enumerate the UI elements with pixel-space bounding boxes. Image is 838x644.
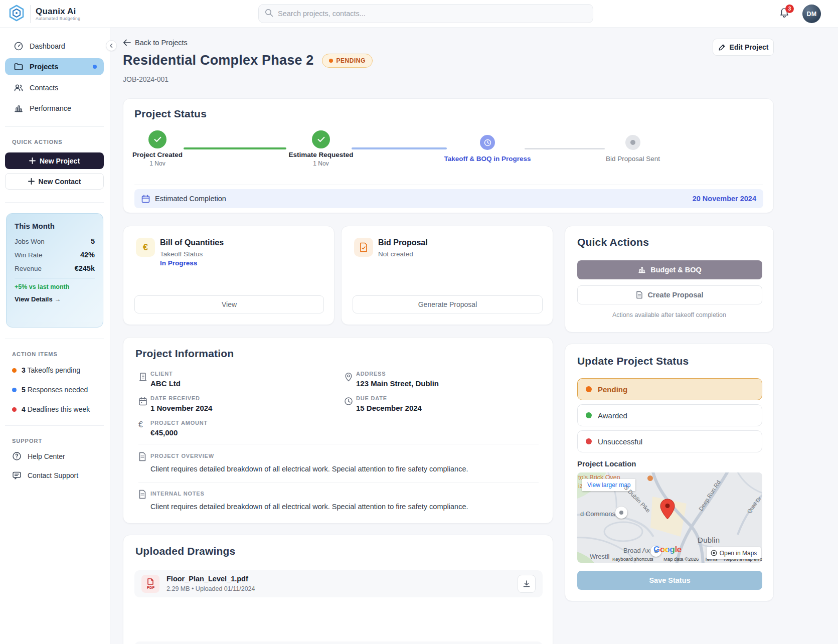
uploaded-drawings-card: Uploaded Drawings PDF Floor_Plan_Level_1…	[123, 535, 553, 644]
google-logo: Google	[653, 545, 682, 555]
field-value: ABC Ltd	[150, 379, 181, 388]
status-option-pending[interactable]: Pending	[577, 378, 762, 400]
support-heading: SUPPORT	[12, 438, 42, 444]
estimated-completion-bar: Estimated Completion 20 November 2024	[134, 189, 763, 208]
document-icon	[354, 238, 373, 257]
chat-icon	[12, 470, 22, 480]
plus-icon	[29, 157, 36, 164]
status-dot	[586, 386, 592, 392]
download-button[interactable]	[518, 575, 536, 593]
view-boq-button[interactable]: View	[134, 295, 324, 313]
new-contact-button[interactable]: New Contact	[5, 173, 104, 190]
euro-icon: €	[138, 420, 143, 429]
map-pin-icon	[344, 372, 353, 384]
app-tagline: Automated Budgeting	[36, 16, 80, 21]
step-connector-current	[352, 147, 447, 149]
action-items-heading: ACTION ITEMS	[12, 351, 58, 357]
field-value: 1 November 2024	[150, 404, 212, 412]
step-current-icon	[480, 135, 495, 150]
view-details-link[interactable]: View Details →	[15, 295, 95, 303]
file-meta: 2.29 MB • Uploaded 01/11/2024	[166, 585, 255, 592]
divider	[15, 278, 95, 278]
download-icon	[523, 580, 531, 588]
stat-row: Win Rate 42%	[15, 251, 95, 259]
sidebar-item-contacts[interactable]: Contacts	[5, 79, 104, 96]
pencil-icon	[718, 44, 726, 51]
action-item-takeoffs[interactable]: 3 Takeoffs pending	[12, 366, 80, 374]
euro-icon: €	[136, 238, 155, 257]
project-info-card: Project Information CLIENT ABC Ltd ADDRE…	[123, 337, 553, 524]
back-to-projects-link[interactable]: Back to Projects	[123, 39, 188, 47]
contact-support-link[interactable]: Contact Support	[12, 470, 78, 480]
document-icon	[138, 452, 146, 463]
quick-actions-note: Actions available after takeoff completi…	[565, 311, 773, 318]
open-in-maps-button[interactable]: Open in Maps	[707, 547, 761, 559]
sidebar-item-projects[interactable]: Projects	[5, 58, 104, 75]
user-avatar[interactable]: DM	[802, 5, 821, 23]
sidebar-item-label: Projects	[30, 63, 58, 71]
building-icon	[138, 372, 147, 384]
dashboard-icon	[14, 41, 24, 51]
sidebar-collapse-button[interactable]	[106, 40, 117, 51]
map-poi-dot	[647, 475, 653, 481]
app-logo[interactable]: Quanix Ai Automated Budgeting	[8, 5, 80, 24]
sidebar-item-label: Performance	[30, 104, 71, 112]
svg-text:PDF: PDF	[147, 585, 154, 590]
save-status-button[interactable]: Save Status	[577, 571, 762, 590]
update-status-card: Update Project Status Pending Awarded Un…	[565, 344, 774, 601]
document-icon	[636, 291, 643, 299]
map-keyboard-shortcuts[interactable]: Keyboard shortcuts	[612, 556, 653, 562]
status-option-unsuccessful[interactable]: Unsuccessful	[577, 430, 762, 452]
folder-icon	[14, 62, 24, 72]
file-row: PDF Floor_Plan_Level_1.pdf 2.29 MB • Upl…	[134, 570, 543, 597]
update-status-title: Update Project Status	[577, 355, 689, 367]
file-row-partial	[134, 641, 543, 644]
quick-actions-card: Quick Actions Budget & BOQ Create Propos…	[565, 226, 774, 333]
status-option-awarded[interactable]: Awarded	[577, 404, 762, 426]
quick-actions-heading: QUICK ACTIONS	[12, 139, 63, 145]
field-value: 123 Main Street, Dublin	[356, 379, 439, 388]
field-label: DUE DATE	[356, 395, 387, 401]
this-month-title: This Month	[15, 222, 95, 230]
sidebar-item-dashboard[interactable]: Dashboard	[5, 38, 104, 55]
chevron-left-icon	[109, 43, 114, 48]
divider	[5, 425, 104, 426]
new-project-button[interactable]: New Project	[5, 152, 104, 169]
status-dot	[12, 368, 17, 373]
divider	[138, 444, 539, 444]
action-item-deadlines[interactable]: 4 Deadlines this week	[12, 405, 90, 413]
help-center-link[interactable]: Help Center	[12, 451, 65, 461]
map-place-label: Wrestli	[590, 553, 609, 560]
calendar-icon	[141, 195, 150, 203]
generate-proposal-button[interactable]: Generate Proposal	[353, 295, 543, 313]
main-content: Back to Projects Edit Project Residentia…	[110, 28, 838, 644]
field-value: €45,000	[150, 428, 178, 437]
app-root: Quanix Ai Automated Budgeting 3 DM Dashb…	[0, 0, 838, 644]
budget-boq-button[interactable]: Budget & BOQ	[577, 260, 762, 279]
field-label: DATE RECEIVED	[150, 395, 200, 401]
step-date: 1 Nov	[149, 160, 165, 167]
google-map-embed[interactable]: to's Brick Oven iz View larger map S Dub…	[577, 472, 762, 563]
trend-text: +5% vs last month	[15, 283, 95, 290]
edit-project-button[interactable]: Edit Project	[713, 39, 774, 56]
map-city-label: Dublin	[698, 536, 720, 544]
action-item-responses[interactable]: 5 Responses needed	[12, 386, 88, 394]
status-dot	[586, 412, 592, 418]
help-icon	[12, 451, 22, 461]
notifications-button[interactable]: 3	[778, 7, 793, 22]
boq-title: Bill of Quantities	[160, 238, 224, 247]
field-label: CLIENT	[150, 371, 173, 377]
step-connector-done	[184, 147, 286, 149]
search-input[interactable]	[278, 10, 587, 18]
estimated-completion-date: 20 November 2024	[693, 195, 756, 203]
logo-hexagon-icon	[8, 5, 25, 24]
sidebar-item-performance[interactable]: Performance	[5, 100, 104, 117]
status-dot	[12, 407, 17, 412]
bar-chart-icon	[638, 266, 646, 274]
divider	[134, 185, 763, 185]
create-proposal-button[interactable]: Create Proposal	[577, 285, 762, 304]
overview-text: Client requires detailed breakdown of al…	[150, 465, 532, 473]
pdf-icon: PDF	[141, 575, 159, 593]
bid-proposal-card: Bid Proposal Not created Generate Propos…	[341, 226, 553, 325]
projects-active-dot	[93, 65, 97, 69]
